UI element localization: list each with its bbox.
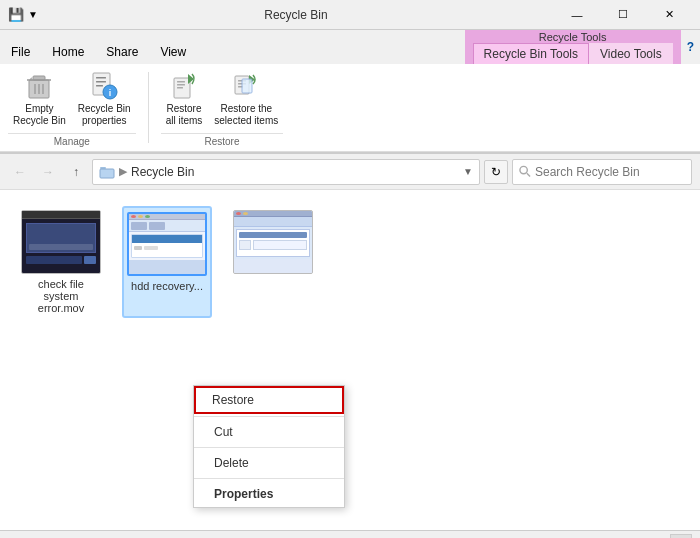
svg-point-23 — [520, 166, 527, 173]
svg-rect-9 — [96, 85, 103, 87]
file-label-2: hdd recovery... — [131, 280, 203, 292]
tab-home[interactable]: Home — [41, 39, 95, 64]
svg-rect-13 — [177, 81, 185, 83]
restore-all-label: Restoreall items — [166, 103, 203, 127]
manage-items: EmptyRecycle Bin i Recycle Binprope — [8, 68, 136, 133]
tab-file[interactable]: File — [0, 39, 41, 64]
search-bar[interactable] — [512, 159, 692, 185]
restore-all-items-button[interactable]: Restoreall items — [161, 68, 208, 129]
restore-selected-label: Restore theselected items — [214, 103, 278, 127]
search-input[interactable] — [535, 165, 685, 179]
context-menu-delete[interactable]: Delete — [194, 450, 344, 476]
address-text: Recycle Bin — [131, 165, 459, 179]
properties-label: Recycle Binproperties — [78, 103, 131, 127]
folder-icon — [99, 164, 115, 180]
empty-recycle-bin-label: EmptyRecycle Bin — [13, 103, 66, 127]
tab-recycle-bin-tools[interactable]: Recycle Bin Tools — [473, 43, 590, 64]
context-menu: Restore Cut Delete Properties — [193, 385, 345, 508]
thumbnail-view-button[interactable] — [644, 534, 666, 539]
contextual-header: Recycle Tools Recycle Bin Tools Video To… — [465, 30, 681, 64]
file-area: check file system error.mov — [0, 190, 700, 334]
view-options — [644, 534, 692, 539]
contextual-header-title: Recycle Tools — [539, 31, 607, 43]
restore-selected-button[interactable]: Restore theselected items — [209, 68, 283, 129]
tab-share[interactable]: Share — [95, 39, 149, 64]
context-divider-2 — [194, 447, 344, 448]
address-dropdown-icon[interactable]: ▼ — [463, 166, 473, 177]
properties-icon: i — [88, 70, 120, 102]
recycle-bin-properties-button[interactable]: i Recycle Binproperties — [73, 68, 136, 129]
restore-group-label: Restore — [161, 133, 284, 147]
svg-rect-15 — [177, 87, 183, 89]
file-item-1[interactable]: check file system error.mov — [16, 206, 106, 318]
ribbon-content: EmptyRecycle Bin i Recycle Binprope — [0, 64, 700, 152]
quick-access-save[interactable]: 💾 ▼ — [8, 7, 38, 22]
tab-view[interactable]: View — [149, 39, 197, 64]
maximize-button[interactable]: ☐ — [600, 0, 646, 30]
svg-rect-7 — [96, 77, 106, 79]
svg-text:i: i — [109, 88, 112, 98]
svg-line-24 — [527, 173, 530, 176]
empty-recycle-bin-icon — [23, 70, 55, 102]
tabs-and-ribbon: File Home Share View Recycle Tools Recyc… — [0, 30, 700, 154]
help-button[interactable]: ? — [681, 30, 700, 64]
file-label-1: check file system error.mov — [20, 278, 102, 314]
restore-selected-icon — [230, 70, 262, 102]
ribbon-group-manage: EmptyRecycle Bin i Recycle Binprope — [8, 68, 136, 147]
svg-rect-14 — [177, 84, 185, 86]
file-icon-3 — [233, 210, 313, 274]
context-divider-1 — [194, 416, 344, 417]
file-item-3[interactable] — [228, 206, 318, 318]
forward-button[interactable]: → — [36, 160, 60, 184]
tab-video-tools[interactable]: Video Tools — [589, 43, 673, 64]
context-menu-properties[interactable]: Properties — [194, 481, 344, 507]
ribbon-group-restore: Restoreall items Re — [161, 68, 284, 147]
contextual-tabs: Recycle Bin Tools Video Tools — [473, 43, 673, 64]
title-bar-left: 💾 ▼ — [8, 7, 38, 22]
file-area-container: check file system error.mov — [0, 190, 700, 530]
file-icon-2 — [127, 212, 207, 276]
minimize-button[interactable]: — — [554, 0, 600, 30]
svg-rect-20 — [242, 79, 252, 93]
svg-rect-22 — [100, 169, 114, 178]
restore-all-icon — [168, 70, 200, 102]
nav-bar: ← → ↑ ▶ Recycle Bin ▼ ↻ — [0, 154, 700, 190]
file-icon-1 — [21, 210, 101, 274]
svg-rect-8 — [96, 81, 106, 83]
file-item-2[interactable]: hdd recovery... — [122, 206, 212, 318]
context-menu-cut[interactable]: Cut — [194, 419, 344, 445]
details-view-button[interactable] — [670, 534, 692, 539]
manage-group-label: Manage — [8, 133, 136, 147]
restore-items: Restoreall items Re — [161, 68, 284, 133]
address-bar[interactable]: ▶ Recycle Bin ▼ — [92, 159, 480, 185]
up-button[interactable]: ↑ — [64, 160, 88, 184]
refresh-button[interactable]: ↻ — [484, 160, 508, 184]
back-button[interactable]: ← — [8, 160, 32, 184]
tab-strip-container: File Home Share View Recycle Tools Recyc… — [0, 30, 700, 64]
ribbon-separator — [148, 72, 149, 143]
search-icon — [519, 165, 531, 178]
context-divider-3 — [194, 478, 344, 479]
main-tabs: File Home Share View — [0, 30, 465, 64]
status-bar: 3 items 1 item selected 3.48 MB — [0, 530, 700, 538]
title-bar: 💾 ▼ Recycle Bin — ☐ ✕ — [0, 0, 700, 30]
context-menu-restore[interactable]: Restore — [194, 386, 344, 414]
title-bar-buttons: — ☐ ✕ — [554, 0, 692, 30]
empty-recycle-bin-button[interactable]: EmptyRecycle Bin — [8, 68, 71, 129]
title-bar-title: Recycle Bin — [38, 8, 554, 22]
close-button[interactable]: ✕ — [646, 0, 692, 30]
